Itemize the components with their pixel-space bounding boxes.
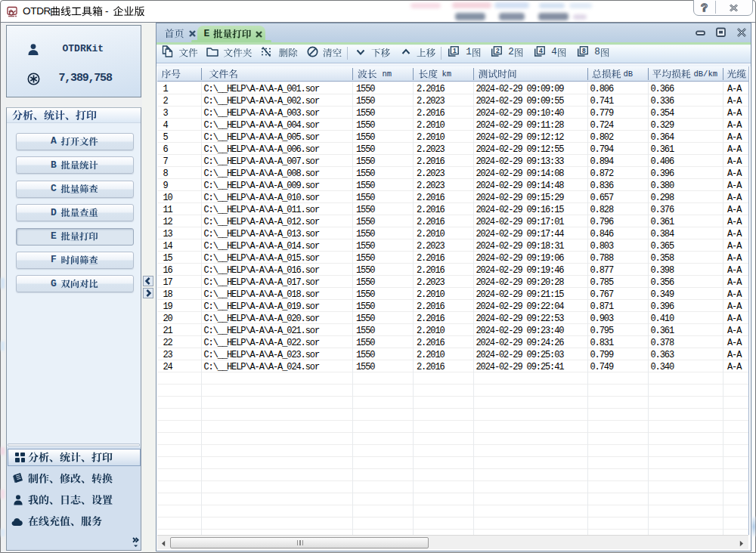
svg-text:4: 4 — [538, 47, 542, 54]
svg-text:2: 2 — [495, 47, 499, 54]
svg-text:1: 1 — [453, 47, 457, 54]
svg-text:8: 8 — [581, 47, 585, 54]
